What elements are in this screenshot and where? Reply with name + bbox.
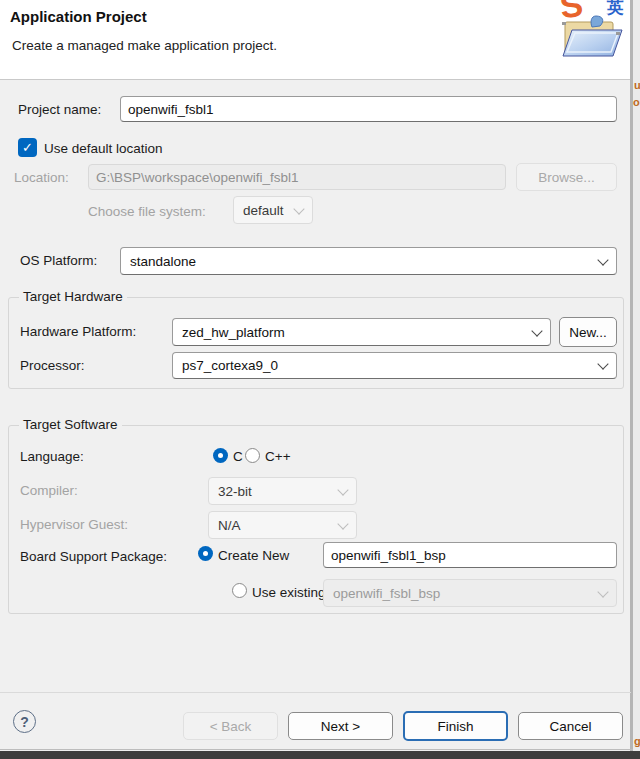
bsp-label: Board Support Package: (20, 549, 167, 564)
next-button[interactable]: Next > (288, 712, 393, 740)
use-default-location-checkbox[interactable]: ✓ (18, 138, 37, 157)
clipped-text-fragment: g (634, 736, 640, 747)
radio-dot (218, 453, 223, 458)
bsp-use-existing-radio[interactable] (232, 583, 247, 598)
window-bottom-strip (0, 751, 640, 759)
target-hardware-title: Target Hardware (19, 289, 127, 304)
application-project-wizard: u ou g Application Project Create a mana… (0, 0, 640, 759)
use-default-location-label: Use default location (44, 141, 163, 156)
processor-label: Processor: (20, 358, 85, 373)
page-title: Application Project (10, 8, 147, 25)
location-label: Location: (14, 170, 69, 185)
dialog-right-border (630, 0, 633, 759)
chevron-down-icon (531, 325, 542, 336)
target-software-title: Target Software (19, 417, 122, 432)
finish-button[interactable]: Finish (403, 711, 508, 741)
hypervisor-guest-select: N/A (208, 511, 357, 539)
file-system-select: default (233, 196, 313, 224)
compiler-value: 32-bit (218, 484, 252, 499)
chevron-down-icon (337, 484, 348, 495)
bsp-create-new-radio[interactable] (198, 546, 213, 561)
language-label: Language: (20, 449, 84, 464)
project-name-input[interactable]: openwifi_fsbl1 (120, 96, 617, 122)
question-mark-icon: ? (20, 714, 29, 730)
processor-value: ps7_cortexa9_0 (182, 358, 278, 373)
hardware-platform-value: zed_hw_platform (182, 325, 285, 340)
ime-language-badge: 英 (607, 0, 624, 16)
hardware-platform-label: Hardware Platform: (20, 324, 136, 339)
radio-dot (203, 551, 208, 556)
browse-button: Browse... (516, 163, 617, 191)
language-cpp-label: C++ (265, 449, 291, 464)
page-subtitle: Create a managed make application projec… (12, 38, 277, 53)
hardware-platform-select[interactable]: zed_hw_platform (172, 318, 551, 346)
bsp-create-new-label: Create New (218, 548, 289, 563)
language-cpp-radio[interactable] (245, 448, 260, 463)
processor-select[interactable]: ps7_cortexa9_0 (172, 352, 617, 379)
back-button: < Back (183, 712, 278, 740)
compiler-label: Compiler: (20, 483, 78, 498)
clipped-text-fragment: u (634, 80, 640, 91)
hypervisor-guest-value: N/A (218, 518, 241, 533)
background-window-strip (633, 0, 640, 759)
file-system-label: Choose file system: (88, 204, 206, 219)
bsp-use-existing-select: openwifi_fsbl_bsp (323, 579, 617, 607)
chevron-down-icon (597, 254, 608, 265)
check-icon: ✓ (22, 140, 33, 155)
os-platform-label: OS Platform: (20, 253, 97, 268)
chevron-down-icon (337, 518, 348, 529)
bsp-use-existing-value: openwifi_fsbl_bsp (333, 586, 440, 601)
os-platform-value: standalone (130, 254, 196, 269)
location-input: G:\BSP\workspace\openwifi_fsbl1 (88, 164, 506, 190)
language-c-label: C (233, 449, 243, 464)
project-name-label: Project name: (18, 102, 101, 117)
bsp-create-new-input[interactable]: openwifi_fsbl1_bsp (323, 542, 617, 568)
language-c-radio[interactable] (213, 448, 228, 463)
ime-logo-icon: S (558, 0, 585, 23)
compiler-select: 32-bit (208, 477, 357, 505)
dialog-bottom-border (0, 749, 633, 750)
cancel-button[interactable]: Cancel (518, 712, 623, 740)
hypervisor-guest-label: Hypervisor Guest: (20, 517, 128, 532)
chevron-down-icon (597, 358, 608, 369)
clipped-text-fragment: ou (633, 97, 640, 108)
chevron-down-icon (293, 203, 304, 214)
footer-separator (0, 692, 631, 693)
chevron-down-icon (597, 586, 608, 597)
help-button[interactable]: ? (13, 710, 36, 733)
wizard-banner: Application Project Create a managed mak… (0, 0, 630, 80)
os-platform-select[interactable]: standalone (120, 247, 617, 275)
new-hardware-button[interactable]: New... (559, 317, 617, 347)
file-system-value: default (243, 203, 284, 218)
bsp-use-existing-label: Use existing (252, 585, 326, 600)
